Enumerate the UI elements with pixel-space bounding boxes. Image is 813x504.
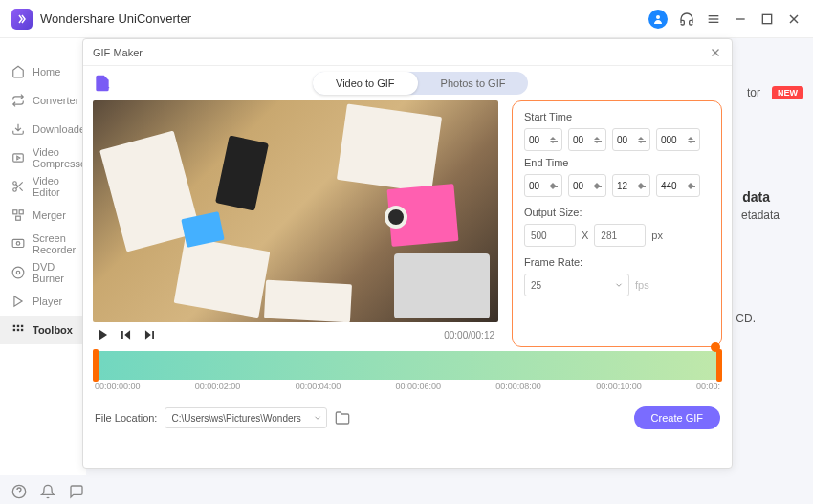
sidebar-item-label: Home [33,66,60,77]
framerate-select[interactable]: 25 [524,274,629,296]
sidebar-item-label: Downloader [33,123,89,135]
svg-marker-36 [145,330,151,339]
sidebar-item-editor[interactable]: Video Editor [0,172,86,201]
help-icon[interactable] [11,484,27,499]
gif-maker-modal: GIF Maker + Video to GIF Photos to GIF [82,38,733,469]
support-icon[interactable] [679,11,694,27]
file-location-label: File Location: [95,412,157,424]
sidebar-item-label: Toolbox [33,324,73,336]
timeline-end-handle[interactable] [716,349,722,382]
svg-rect-25 [21,325,23,327]
compress-icon [11,151,25,164]
bg-text: tor [747,86,760,99]
end-mm-input[interactable]: 00 [568,174,606,197]
feedback-icon[interactable] [69,484,84,499]
svg-rect-23 [13,325,15,327]
close-icon[interactable] [709,46,722,59]
svg-rect-16 [19,210,23,214]
titlebar: Wondershare UniConverter [0,0,813,38]
sidebar-item-label: Video Editor [33,175,75,198]
svg-rect-8 [13,154,24,162]
svg-marker-9 [17,156,20,160]
sidebar-item-label: Video Compressor [33,146,90,169]
end-ss-input[interactable]: 12 [612,174,650,197]
maximize-icon[interactable] [759,11,775,27]
tab-photos-to-gif[interactable]: Photos to GIF [418,72,529,95]
next-frame-icon[interactable] [143,328,156,341]
sidebar-item-dvd[interactable]: DVD Burner [0,258,86,287]
sidebar-item-label: Screen Recorder [33,232,76,255]
play-button-icon[interactable] [97,328,110,341]
svg-rect-24 [17,325,19,327]
chevron-down-icon [614,280,624,290]
svg-point-19 [16,242,20,245]
create-gif-button[interactable]: Create GIF [634,406,720,429]
app-title: Wondershare UniConverter [40,11,191,26]
sidebar-item-label: DVD Burner [33,261,75,284]
bg-text: data [742,189,770,205]
toolbox-icon [11,323,25,337]
end-hh-input[interactable]: 00 [524,174,562,197]
sidebar-item-compressor[interactable]: Video Compressor [0,143,86,172]
notification-icon[interactable] [40,484,55,499]
sidebar-item-recorder[interactable]: Screen Recorder [0,230,86,258]
add-file-icon[interactable]: + [93,74,112,93]
app-logo-icon [11,9,33,30]
start-mm-input[interactable]: 00 [568,128,606,151]
converter-icon [11,94,25,107]
svg-rect-18 [12,239,24,247]
timeline-ticks: 00:00:00:00 00:00:02:00 00:00:04:00 00:0… [93,380,722,399]
svg-rect-27 [17,329,19,331]
close-window-icon[interactable] [786,11,802,27]
svg-marker-34 [124,330,130,339]
svg-rect-17 [16,216,21,220]
sidebar-item-player[interactable]: Player [0,287,86,316]
new-badge: NEW [772,86,803,99]
bottom-bar [11,484,84,499]
recorder-icon [11,237,25,251]
end-ms-input[interactable]: 440 [656,174,700,197]
menu-icon[interactable] [706,11,721,27]
timeline-track[interactable] [93,351,722,380]
file-location-input[interactable]: C:\Users\ws\Pictures\Wonders [165,407,327,428]
start-ss-input[interactable]: 00 [612,128,650,151]
merger-icon [11,208,25,222]
height-input[interactable]: 281 [594,224,646,247]
sidebar-item-label: Merger [33,209,66,221]
account-avatar-icon[interactable] [648,10,668,29]
settings-panel: Start Time 00 00 00 000 End Time 00 00 1… [512,100,722,347]
svg-line-14 [16,185,18,186]
prev-frame-icon[interactable] [120,328,133,341]
play-icon [11,295,25,308]
start-ms-input[interactable]: 000 [656,128,700,151]
width-input[interactable]: 500 [524,224,576,247]
sidebar-item-home[interactable]: Home [0,57,86,86]
end-time-label: End Time [524,157,710,168]
sidebar-item-toolbox[interactable]: Toolbox [0,316,86,344]
browse-folder-icon[interactable] [335,410,350,426]
sidebar-item-label: Converter [33,95,78,106]
start-hh-input[interactable]: 00 [524,128,562,151]
minimize-icon[interactable] [733,11,748,27]
tab-video-to-gif[interactable]: Video to GIF [313,72,418,95]
px-label: px [651,230,663,241]
start-time-label: Start Time [524,111,710,122]
svg-rect-15 [13,210,17,214]
sidebar-item-converter[interactable]: Converter [0,86,86,115]
download-icon [11,122,25,136]
sidebar-item-merger[interactable]: Merger [0,201,86,230]
output-size-label: Output Size: [524,207,710,218]
scissors-icon [11,180,25,193]
video-preview[interactable] [93,100,498,322]
framerate-label: Frame Rate: [524,256,710,268]
sidebar: Home Converter Downloader Video Compress… [0,38,86,475]
timeline-playhead[interactable] [711,342,720,352]
mode-tabs: Video to GIF Photos to GIF [313,72,528,95]
svg-rect-5 [762,14,771,23]
modal-title: GIF Maker [93,47,143,58]
timeline-start-handle[interactable] [93,349,99,382]
svg-rect-28 [21,329,23,331]
fps-label: fps [635,279,649,291]
sidebar-item-downloader[interactable]: Downloader [0,115,86,143]
sidebar-item-label: Player [33,296,62,307]
